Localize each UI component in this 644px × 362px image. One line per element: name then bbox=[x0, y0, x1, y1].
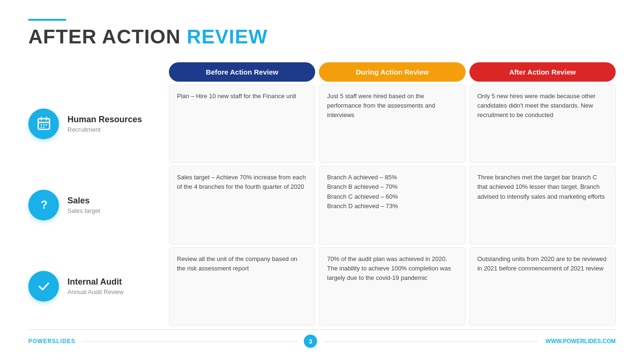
footer-line-right bbox=[324, 341, 539, 342]
calendar-icon-circle bbox=[28, 109, 59, 139]
row-sales: ? Sales Sales target Sales target – Achi… bbox=[28, 166, 616, 244]
col-header-spacer bbox=[28, 62, 165, 82]
row-title-audit: Internal Audit bbox=[67, 277, 124, 287]
row-label-text-audit: Internal Audit Annual Audit Review bbox=[67, 277, 124, 295]
cell-audit-before: Review all the unit of the company based… bbox=[169, 247, 315, 326]
brand-logo: POWERSLIDES bbox=[28, 338, 75, 345]
cell-hr-after: Only 5 new hires were made because other… bbox=[469, 84, 616, 163]
col-header-after: After Action Review bbox=[469, 62, 616, 82]
page-title: AFTER ACTION REVIEW bbox=[28, 25, 616, 48]
row-label-sales: ? Sales Sales target bbox=[28, 166, 165, 244]
brand-part1: POWER bbox=[28, 338, 52, 345]
cell-sales-after: Three branches met the target bar branch… bbox=[469, 166, 616, 244]
data-rows: Human Resources Recruitment Plan – Hire … bbox=[28, 84, 616, 326]
column-headers: Before Action Review During Action Revie… bbox=[28, 62, 616, 82]
svg-rect-7 bbox=[41, 127, 42, 128]
check-icon-circle bbox=[28, 271, 59, 302]
row-title-hr: Human Resources bbox=[67, 115, 142, 125]
row-label-human-resources: Human Resources Recruitment bbox=[28, 84, 165, 163]
svg-text:?: ? bbox=[41, 198, 48, 211]
svg-rect-8 bbox=[43, 127, 44, 128]
header-accent-line bbox=[28, 19, 66, 21]
cell-audit-during: 70% of the audit plan was achieved in 20… bbox=[319, 247, 465, 326]
cell-sales-during: Branch A achieved – 85% Branch B achieve… bbox=[319, 166, 465, 244]
row-label-audit: Internal Audit Annual Audit Review bbox=[28, 247, 165, 326]
cell-audit-after: Outstanding units from 2020 are to be re… bbox=[469, 247, 616, 326]
row-subtitle-hr: Recruitment bbox=[67, 126, 142, 133]
row-audit: Internal Audit Annual Audit Review Revie… bbox=[28, 247, 616, 326]
svg-rect-4 bbox=[41, 124, 42, 126]
svg-rect-6 bbox=[46, 124, 47, 126]
title-part1: AFTER ACTION bbox=[28, 25, 187, 48]
title-part2: REVIEW bbox=[187, 25, 268, 48]
table-area: Before Action Review During Action Revie… bbox=[28, 62, 616, 326]
question-icon-circle: ? bbox=[28, 190, 59, 220]
row-title-sales: Sales bbox=[67, 196, 100, 206]
footer: POWERSLIDES 3 WWW.POWERLIDES.COM bbox=[28, 329, 616, 348]
cell-hr-before: Plan – Hire 10 new staff for the Finance… bbox=[169, 84, 315, 163]
cell-hr-during: Just 5 staff were hired based on the per… bbox=[319, 84, 465, 163]
footer-line-left bbox=[82, 341, 297, 342]
row-subtitle-audit: Annual Audit Review bbox=[67, 288, 124, 295]
website-url: WWW.POWERLIDES.COM bbox=[545, 338, 616, 345]
page: AFTER ACTION REVIEW Before Action Review… bbox=[0, 0, 644, 362]
row-subtitle-sales: Sales target bbox=[67, 207, 100, 214]
header: AFTER ACTION REVIEW bbox=[28, 19, 616, 48]
row-label-text-hr: Human Resources Recruitment bbox=[67, 115, 142, 133]
row-label-text-sales: Sales Sales target bbox=[67, 196, 100, 214]
calendar-icon bbox=[36, 116, 51, 131]
brand-part2: SLIDES bbox=[52, 338, 75, 345]
check-icon bbox=[36, 279, 51, 294]
svg-rect-5 bbox=[43, 124, 44, 126]
row-human-resources: Human Resources Recruitment Plan – Hire … bbox=[28, 84, 616, 163]
col-header-during: During Action Review bbox=[319, 62, 465, 82]
col-header-before: Before Action Review bbox=[169, 62, 315, 82]
page-number: 3 bbox=[304, 335, 317, 348]
cell-sales-before: Sales target – Achieve 70% increase from… bbox=[169, 166, 315, 244]
question-icon: ? bbox=[36, 197, 51, 212]
